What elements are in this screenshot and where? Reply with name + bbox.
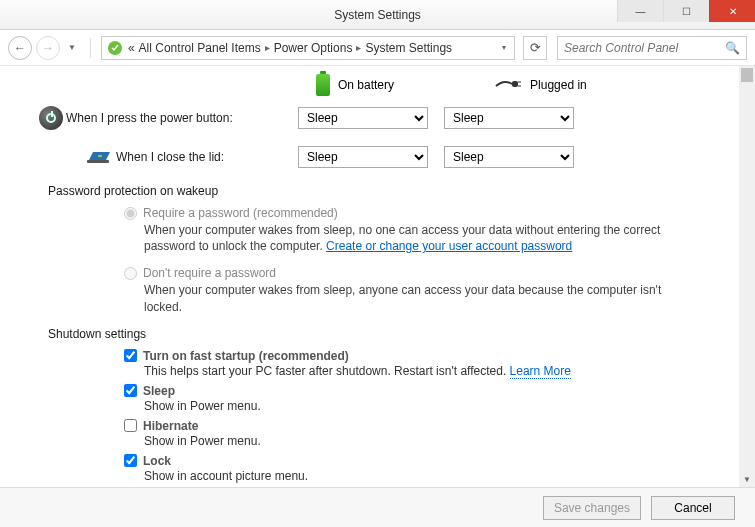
laptop-lid-icon [86, 147, 112, 168]
power-button-row: When I press the power button: Sleep Sle… [36, 106, 719, 130]
svg-rect-1 [512, 81, 518, 87]
arrow-left-icon: ← [14, 41, 26, 55]
vertical-scrollbar[interactable]: ▲ ▼ [739, 66, 755, 487]
search-input[interactable] [564, 41, 714, 55]
breadcrumb-sep: ▸ [356, 42, 361, 53]
search-box[interactable]: 🔍 [557, 36, 747, 60]
close-lid-plugged-select[interactable]: Sleep [444, 146, 574, 168]
close-button[interactable]: ✕ [709, 0, 755, 22]
breadcrumb-sep: ▸ [265, 42, 270, 53]
sleep-desc: Show in Power menu. [144, 399, 719, 413]
plugged-in-header: Plugged in [494, 77, 587, 94]
hibernate-row: Hibernate [124, 419, 719, 433]
arrow-right-icon: → [42, 41, 54, 55]
minimize-button[interactable]: — [617, 0, 663, 22]
toolbar-divider [90, 38, 91, 58]
svg-point-4 [98, 154, 102, 156]
sleep-label: Sleep [143, 384, 175, 398]
refresh-button[interactable]: ⟳ [523, 36, 547, 60]
hibernate-desc: Show in Power menu. [144, 434, 719, 448]
lock-label: Lock [143, 454, 171, 468]
bottom-bar: Save changes Cancel [0, 487, 755, 527]
cancel-button[interactable]: Cancel [651, 496, 735, 520]
lock-checkbox[interactable] [124, 454, 137, 467]
breadcrumb-prefix: « [128, 41, 135, 55]
on-battery-label: On battery [338, 78, 394, 92]
on-battery-header: On battery [316, 74, 394, 96]
window-controls: — ☐ ✕ [617, 0, 755, 22]
create-change-password-link[interactable]: Create or change your user account passw… [326, 239, 572, 253]
titlebar: System Settings — ☐ ✕ [0, 0, 755, 30]
password-section-heading: Password protection on wakeup [48, 184, 719, 198]
breadcrumb-dropdown[interactable]: ▾ [498, 43, 510, 52]
hibernate-label: Hibernate [143, 419, 198, 433]
require-password-desc: When your computer wakes from sleep, no … [144, 222, 664, 254]
fast-startup-label: Turn on fast startup (recommended) [143, 349, 349, 363]
dont-require-password-desc: When your computer wakes from sleep, any… [144, 282, 664, 314]
close-lid-battery-select[interactable]: Sleep [298, 146, 428, 168]
save-changes-button[interactable]: Save changes [543, 496, 641, 520]
require-password-radio[interactable] [124, 207, 137, 220]
sleep-row: Sleep [124, 384, 719, 398]
shutdown-section-heading: Shutdown settings [48, 327, 719, 341]
forward-button[interactable]: → [36, 36, 60, 60]
column-headers: On battery Plugged in [316, 74, 719, 96]
hibernate-checkbox[interactable] [124, 419, 137, 432]
lock-desc: Show in account picture menu. [144, 469, 719, 483]
learn-more-link[interactable]: Learn More [510, 364, 571, 379]
breadcrumb-item[interactable]: All Control Panel Items [139, 41, 261, 55]
breadcrumb-item[interactable]: System Settings [365, 41, 452, 55]
require-password-label: Require a password (recommended) [143, 206, 338, 220]
fast-startup-checkbox[interactable] [124, 349, 137, 362]
power-button-plugged-select[interactable]: Sleep [444, 107, 574, 129]
close-lid-label: When I close the lid: [116, 150, 298, 164]
power-button-battery-select[interactable]: Sleep [298, 107, 428, 129]
sleep-checkbox[interactable] [124, 384, 137, 397]
window-title: System Settings [334, 8, 421, 22]
breadcrumb-item[interactable]: Power Options [274, 41, 353, 55]
recent-locations-dropdown[interactable]: ▼ [68, 43, 76, 52]
lock-row: Lock [124, 454, 719, 468]
plugged-in-label: Plugged in [530, 78, 587, 92]
breadcrumb[interactable]: « All Control Panel Items ▸ Power Option… [101, 36, 515, 60]
close-lid-row: When I close the lid: Sleep Sleep [36, 146, 719, 168]
scroll-down-icon[interactable]: ▼ [739, 471, 755, 487]
svg-rect-5 [87, 160, 109, 163]
power-options-icon [106, 39, 124, 57]
fast-startup-desc: This helps start your PC faster after sh… [144, 364, 719, 378]
toolbar: ← → ▼ « All Control Panel Items ▸ Power … [0, 30, 755, 66]
plug-icon [494, 77, 522, 94]
scrollbar-thumb[interactable] [741, 68, 753, 82]
search-icon: 🔍 [725, 41, 740, 55]
dont-require-password-radio[interactable] [124, 267, 137, 280]
battery-icon [316, 74, 330, 96]
dont-require-password-label: Don't require a password [143, 266, 276, 280]
power-button-label: When I press the power button: [66, 111, 298, 125]
back-button[interactable]: ← [8, 36, 32, 60]
dont-require-password-option: Don't require a password When your compu… [124, 266, 719, 314]
maximize-button[interactable]: ☐ [663, 0, 709, 22]
content-area: On battery Plugged in When I press the p… [0, 66, 755, 487]
power-button-icon [39, 106, 63, 130]
require-password-option: Require a password (recommended) When yo… [124, 206, 719, 254]
refresh-icon: ⟳ [530, 40, 541, 55]
fast-startup-row: Turn on fast startup (recommended) [124, 349, 719, 363]
